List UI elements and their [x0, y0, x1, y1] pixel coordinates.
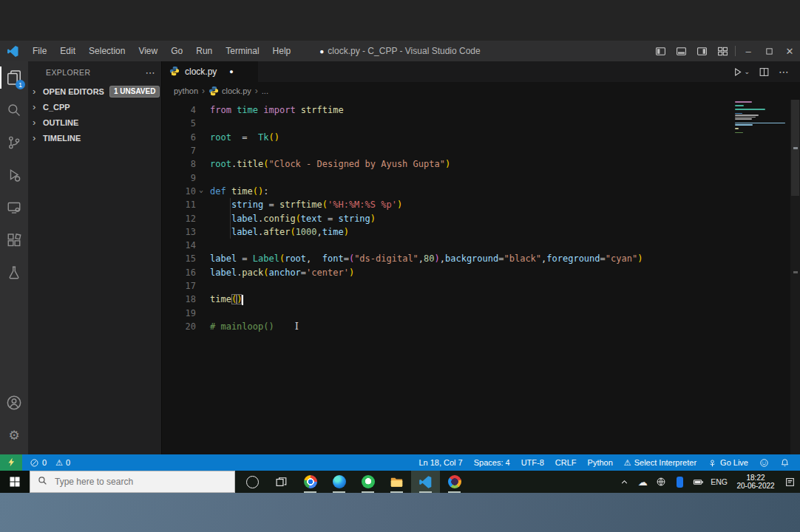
tray-battery-icon[interactable]	[692, 477, 704, 488]
status-python[interactable]: Python	[583, 458, 617, 467]
taskbar-chrome-icon[interactable]	[296, 471, 325, 493]
status-utf-8[interactable]: UTF-8	[517, 458, 549, 467]
line-number[interactable]: 11	[162, 200, 196, 210]
line-number[interactable]: 14	[162, 240, 196, 250]
status-feedback[interactable]	[755, 458, 773, 468]
activity-explorer-icon[interactable]: 1	[0, 61, 28, 94]
error-count[interactable]: 0	[25, 458, 51, 468]
activity-run-debug-icon[interactable]	[0, 159, 28, 191]
code-line[interactable]: 19	[162, 306, 800, 319]
maximize-button[interactable]	[759, 41, 779, 61]
code-line[interactable]: 7	[162, 144, 800, 157]
menu-file[interactable]: File	[26, 46, 53, 56]
section-open-editors[interactable]: ›OPEN EDITORS1 UNSAVED	[28, 83, 161, 99]
activity-remote-explorer-icon[interactable]	[0, 191, 28, 224]
activity-search-icon[interactable]	[0, 94, 28, 126]
menu-selection[interactable]: Selection	[82, 46, 132, 56]
code-line[interactable]: 11 string = strftime('%H:%M:%S %p')	[162, 198, 800, 211]
run-button[interactable]: ⌄	[732, 66, 750, 78]
toggle-secondary-sidebar-button[interactable]	[691, 41, 712, 61]
line-number[interactable]: 15	[162, 253, 196, 264]
status-crlf[interactable]: CRLF	[551, 458, 581, 467]
status-spaces-4[interactable]: Spaces: 4	[470, 458, 515, 467]
line-number[interactable]: 8	[162, 159, 196, 169]
section-outline[interactable]: ›OUTLINE	[28, 115, 161, 130]
line-number[interactable]: 12	[162, 214, 196, 224]
code-line[interactable]: 18time()	[162, 293, 800, 306]
taskbar-color-ring-app-icon[interactable]	[440, 471, 469, 493]
taskbar-vscode-icon[interactable]	[411, 471, 440, 493]
code-line[interactable]: 14	[162, 239, 800, 252]
menu-terminal[interactable]: Terminal	[219, 46, 265, 56]
status-ln-18-col-7[interactable]: Ln 18, Col 7	[414, 458, 467, 467]
breadcrumb-item[interactable]: python	[174, 86, 198, 95]
tray-chevron-up-icon[interactable]	[618, 477, 630, 487]
breadcrumb-item[interactable]: clock.py	[209, 86, 251, 96]
breadcrumb-item[interactable]: ...	[262, 86, 268, 95]
activity-extensions-icon[interactable]	[0, 224, 28, 256]
status-select-interpreter[interactable]: ⚠Select Interpreter	[620, 458, 701, 468]
code-line[interactable]: 17	[162, 279, 800, 293]
taskbar-file-explorer-icon[interactable]	[382, 471, 411, 493]
close-button[interactable]: ✕	[779, 41, 800, 61]
taskbar-green-app-icon[interactable]	[353, 471, 382, 493]
line-number[interactable]: 17	[162, 281, 196, 291]
line-number[interactable]: 10	[162, 186, 196, 197]
customize-layout-button[interactable]	[712, 41, 733, 61]
code-area[interactable]: 4from time import strftime56root = Tk()7…	[162, 100, 800, 454]
ellipsis-button[interactable]: ⋯	[779, 66, 790, 78]
action-center-icon[interactable]	[784, 477, 796, 488]
tray-onedrive-cloud-icon[interactable]: ☁	[637, 477, 648, 488]
warning-count[interactable]: ⚠0	[51, 458, 75, 468]
code-line[interactable]: 16label.pack(anchor='center')	[162, 266, 800, 279]
line-number[interactable]: 9	[162, 173, 196, 183]
tray-bluetooth-icon[interactable]	[674, 477, 685, 488]
menu-view[interactable]: View	[132, 46, 164, 56]
code-line[interactable]: 13 label.after(1000,time)	[162, 225, 800, 239]
status-go-live[interactable]: Go Live	[703, 458, 753, 468]
start-button[interactable]	[0, 471, 30, 493]
code-line[interactable]: 10⌄def time():	[162, 185, 800, 198]
section-timeline[interactable]: ›TIMELINE	[28, 130, 161, 146]
menu-edit[interactable]: Edit	[53, 46, 82, 56]
tray-network-globe-icon[interactable]	[655, 477, 667, 487]
toggle-sidebar-button[interactable]	[650, 41, 671, 61]
activity-settings-gear-icon[interactable]: ⚙	[0, 419, 28, 451]
taskbar-cortana-icon[interactable]	[238, 471, 267, 493]
section-c-cpp[interactable]: ›C_CPP	[28, 99, 161, 115]
taskbar-search[interactable]	[30, 471, 235, 493]
line-number[interactable]: 19	[162, 308, 196, 318]
code-line[interactable]: 9	[162, 171, 800, 184]
menu-run[interactable]: Run	[189, 46, 219, 56]
code-line[interactable]: 15label = Label(root, font=("ds-digital"…	[162, 252, 800, 265]
remote-indicator[interactable]	[0, 454, 22, 471]
minimize-button[interactable]: –	[738, 41, 759, 61]
code-line[interactable]: 8root.title("Clock - Designed by Ayush G…	[162, 157, 800, 171]
code-line[interactable]: 6root = Tk()	[162, 131, 800, 144]
fold-chevron-icon[interactable]: ⌄	[199, 185, 203, 194]
code-line[interactable]: 4from time import strftime	[162, 103, 800, 117]
toggle-panel-button[interactable]	[671, 41, 691, 61]
code-line[interactable]: 5	[162, 117, 800, 130]
activity-testing-icon[interactable]	[0, 256, 28, 289]
line-number[interactable]: 20	[162, 321, 196, 332]
activity-account-icon[interactable]	[0, 386, 28, 419]
menu-help[interactable]: Help	[266, 46, 298, 56]
line-number[interactable]: 18	[162, 294, 196, 304]
taskbar-clock[interactable]: 18:2220-06-2022	[734, 474, 777, 490]
line-number[interactable]: 7	[162, 146, 196, 156]
line-number[interactable]: 13	[162, 227, 196, 237]
problems-status[interactable]: 0⚠0	[22, 458, 75, 468]
tab-clock-py[interactable]: clock.py ●	[162, 61, 258, 82]
line-number[interactable]: 4	[162, 105, 196, 115]
code-line[interactable]: 12 label.config(text = string)	[162, 211, 800, 225]
search-input[interactable]	[53, 476, 204, 488]
menu-go[interactable]: Go	[164, 46, 189, 56]
taskbar-task-view-icon[interactable]	[267, 471, 296, 493]
line-number[interactable]: 16	[162, 267, 196, 278]
split-editor-button[interactable]	[759, 66, 770, 78]
taskbar-edge-icon[interactable]	[325, 471, 353, 493]
line-number[interactable]: 5	[162, 118, 196, 129]
line-number[interactable]: 6	[162, 132, 196, 143]
code-line[interactable]: 20# mainloop()I	[162, 320, 800, 333]
